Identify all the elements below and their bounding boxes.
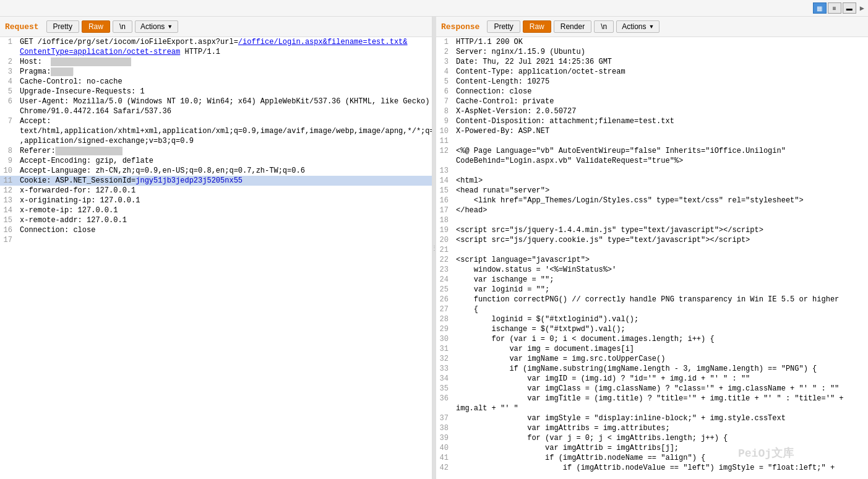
request-actions-chevron: ▼ [167, 24, 173, 30]
response-line-33: 33 if (imgName.substring(imgName.length … [436, 364, 868, 374]
response-line-2: 2 Server: nginx/1.15.9 (Ubuntu) [436, 47, 868, 57]
request-line-3: 3 Pragma:█████ [0, 67, 432, 77]
response-line-37: 37 var imgStyle = "display:inline-block;… [436, 413, 868, 423]
grid-view-btn[interactable]: ▦ [813, 2, 827, 14]
response-header: Response Pretty Raw Render \n Actions ▼ [436, 17, 868, 37]
request-line-12: 12 x-forwarded-for: 127.0.0.1 [0, 186, 432, 196]
response-line-36: 36 var imgTitle = (img.title) ? "title='… [436, 394, 868, 413]
response-line-40: 40 var imgAttrib = imgAttribs[j]; [436, 443, 868, 453]
response-line-5: 5 Content-Length: 10275 [436, 77, 868, 87]
response-line-7: 7 Cache-Control: private [436, 97, 868, 106]
response-line-32: 32 var imgName = img.src.toUpperCase() [436, 354, 868, 364]
request-line-13: 13 x-originating-ip: 127.0.0.1 [0, 196, 432, 205]
response-line-21: 21 [436, 245, 868, 255]
response-tab-pretty[interactable]: Pretty [487, 20, 520, 33]
request-line-16: 16 Connection: close [0, 225, 432, 235]
split-view-btn[interactable]: ▬ [843, 2, 856, 14]
request-header: Request Pretty Raw \n Actions ▼ [0, 17, 432, 37]
request-line-5: 5 Upgrade-Insecure-Requests: 1 [0, 87, 432, 97]
top-bar: ▦ ≡ ▬ ▶ [0, 0, 868, 17]
request-line-9: 9 Accept-Encoding: gzip, deflate [0, 156, 432, 166]
request-line-7: 7 Accept: text/html,application/xhtml+xm… [0, 116, 432, 146]
request-actions-button[interactable]: Actions ▼ [135, 20, 178, 33]
response-line-35: 35 var imgClass = (img.className) ? "cla… [436, 384, 868, 394]
response-line-14: 14 <html> [436, 176, 868, 186]
response-line-42: 42 if (imgAttrib.nodeValue == "left") im… [436, 463, 868, 473]
request-line-14: 14 x-remote-ip: 127.0.0.1 [0, 205, 432, 215]
response-line-16: 16 <link href="App_Themes/Login/Styles.c… [436, 196, 868, 205]
response-tab-raw[interactable]: Raw [523, 20, 551, 33]
request-line-15: 15 x-remote-addr: 127.0.0.1 [0, 215, 432, 225]
response-line-26: 26 function correctPNG() // correctly ha… [436, 295, 868, 304]
response-line-11: 11 [436, 136, 868, 146]
response-line-18: 18 [436, 215, 868, 225]
response-title: Response [441, 22, 479, 32]
response-line-29: 29 ischange = $("#txtpwd").val(); [436, 324, 868, 334]
response-line-22: 22 <script language="javascript"> [436, 255, 868, 265]
response-line-25: 25 var loginid = ""; [436, 285, 868, 295]
request-line-10: 10 Accept-Language: zh-CN,zh;q=0.9,en-US… [0, 166, 432, 176]
list-view-btn[interactable]: ≡ [828, 2, 841, 14]
response-line-1: 1 HTTP/1.1 200 OK [436, 37, 868, 47]
response-line-4: 4 Content-Type: application/octet-stream [436, 67, 868, 77]
response-line-39: 39 for (var j = 0; j < imgAttribs.length… [436, 433, 868, 443]
request-panel: Request Pretty Raw \n Actions ▼ 1 GET /i… [0, 17, 432, 479]
response-panel: Response Pretty Raw Render \n Actions ▼ … [436, 17, 868, 479]
request-line-1: 1 GET /ioffice/prg/set/iocom/ioFileExpor… [0, 37, 432, 57]
response-line-20: 20 <script src="js/jquery.cookie.js" typ… [436, 235, 868, 245]
response-line-12: 12 <%@ Page Language="vb" AutoEventWireu… [436, 146, 868, 166]
request-line-8: 8 Referer:███████████████ [0, 146, 432, 156]
request-line-4: 4 Cache-Control: no-cache [0, 77, 432, 87]
response-line-8: 8 X-AspNet-Version: 2.0.50727 [436, 106, 868, 116]
request-line-11: 11 Cookie: ASP.NET_SessionId=jngy51jb3je… [0, 176, 432, 186]
response-line-6: 6 Connection: close [436, 87, 868, 97]
response-line-38: 38 var imgAttribs = img.attributes; [436, 423, 868, 433]
response-line-13: 13 [436, 166, 868, 176]
response-line-15: 15 <head runat="server"> [436, 186, 868, 196]
request-tab-newline[interactable]: \n [113, 20, 132, 33]
response-content: 1 HTTP/1.1 200 OK 2 Server: nginx/1.15.9… [436, 37, 868, 479]
request-actions-label: Actions [140, 22, 165, 31]
request-line-17: 17 [0, 235, 432, 245]
response-actions-label: Actions [622, 22, 646, 31]
response-line-41: 41 if (imgAttrib.nodeName == "align") { [436, 453, 868, 463]
request-tab-pretty[interactable]: Pretty [46, 20, 79, 33]
response-line-9: 9 Content-Disposition: attachment;filena… [436, 116, 868, 126]
response-tab-render[interactable]: Render [554, 20, 591, 33]
response-line-24: 24 var ischange = ""; [436, 275, 868, 285]
response-line-28: 28 loginid = $("#txtloginid").val(); [436, 314, 868, 324]
response-line-34: 34 var imgID = (img.id) ? "id='" + img.i… [436, 374, 868, 384]
request-line-2: 2 Host: ██████████████████ [0, 57, 432, 67]
request-content: 1 GET /ioffice/prg/set/iocom/ioFileExpor… [0, 37, 432, 479]
response-line-31: 31 var img = document.images[i] [436, 344, 868, 354]
response-line-10: 10 X-Powered-By: ASP.NET [436, 126, 868, 136]
response-line-19: 19 <script src="js/jquery-1.4.4.min.js" … [436, 225, 868, 235]
request-tab-raw[interactable]: Raw [82, 20, 110, 33]
response-line-3: 3 Date: Thu, 22 Jul 2021 14:25:36 GMT [436, 57, 868, 67]
response-tab-newline[interactable]: \n [594, 20, 614, 33]
request-line-6: 6 User-Agent: Mozilla/5.0 (Windows NT 10… [0, 97, 432, 116]
response-actions-chevron: ▼ [649, 24, 655, 30]
request-title: Request [5, 22, 39, 32]
more-icon: ▶ [860, 2, 864, 14]
response-actions-button[interactable]: Actions ▼ [616, 20, 660, 33]
view-buttons: ▦ ≡ ▬ ▶ [813, 2, 864, 14]
response-line-23: 23 window.status = '<%=WinStatus%>' [436, 265, 868, 275]
response-line-27: 27 { [436, 304, 868, 314]
response-line-30: 30 for (var i = 0; i < document.images.l… [436, 334, 868, 344]
response-line-17: 17 </head> [436, 205, 868, 215]
